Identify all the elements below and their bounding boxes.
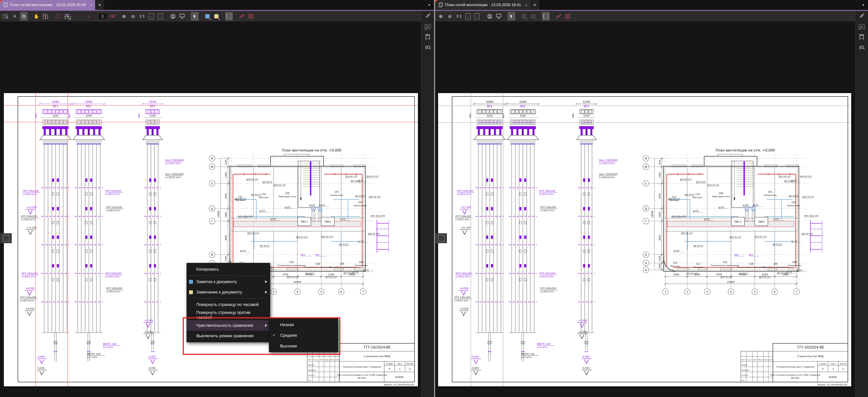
svg-text:Зоомагазин: Зоомагазин [353,204,367,207]
note-blue-tool-button[interactable] [204,12,211,21]
hatch-rect-tool-button[interactable] [247,12,255,21]
svg-text:4800: 4800 [658,235,661,241]
svg-text:1: 1 [399,368,401,370]
svg-text:ОГР 100х200: ОГР 100х200 [20,296,36,299]
tab-close-icon[interactable]: × [90,3,92,7]
zoom-out-button[interactable]: ⊖ [129,12,137,21]
svg-text:ВЕ2: ВЕ2 [749,254,753,256]
submenu-item-label: Высокая [280,343,297,348]
svg-text:ОГР 100х200: ОГР 100х200 [540,287,556,289]
page-indicator-button[interactable]: 1/ 62 [98,12,115,21]
pan-tool-button[interactable]: ✋ [33,12,40,21]
svg-text:400: 400 [138,114,141,118]
text-selection-tool-button[interactable]: A [11,12,19,21]
tab-close-icon[interactable]: × [525,3,527,7]
crop-tool-button[interactable] [54,12,62,21]
svg-text:ВЕ1: ВЕ1 [487,104,492,108]
zoom-in-button[interactable]: ⊕ [437,12,445,21]
presentation-mode-button[interactable] [495,12,503,21]
svg-text:L=50,0 м³/ч: L=50,0 м³/ч [540,209,554,212]
search-document-icon[interactable] [859,44,865,51]
cursor-tool-button[interactable] [507,12,515,21]
menu-item-disable-compare-mode[interactable]: Выключить режим сравнения [187,331,270,341]
thumbnails-expander-button[interactable]: → [0,233,12,243]
submenu-item-low[interactable]: Низкая [269,319,338,330]
svg-text:№док.: №док. [758,359,763,361]
svg-text:113: 113 [696,263,701,265]
diff-list-button[interactable] [42,12,49,21]
svg-text:110: 110 [695,193,700,195]
svg-text:Магазин: Магазин [693,266,703,268]
print-button[interactable] [486,12,494,21]
svg-text:Ж: Ж [211,165,214,169]
svg-text:Зоомагазин: Зоомагазин [354,264,368,267]
select-annotations-tool-button[interactable]: A [2,12,9,21]
submenu-item-medium[interactable]: ✓Средняя [269,330,338,341]
thumbnails-expander-button[interactable]: → [436,233,447,243]
tab-list-dropdown-icon[interactable]: ▼ [425,0,434,10]
edit-pencil-icon[interactable]: ✎ [425,13,431,20]
annotation-list-icon[interactable]: A1 [425,24,431,30]
next-diff-button[interactable]: ↓ [85,12,93,21]
svg-text:16000: 16000 [651,211,654,218]
svg-text:Б: Б [645,262,647,265]
menu-item-rotate-counterclockwise[interactable]: Повернуть страницу против часовой [187,310,270,320]
menu-item-rotate-clockwise[interactable]: Повернуть страницу по часовой [187,299,270,310]
svg-text:+11,500: +11,500 [27,206,37,209]
previous-diff-button[interactable]: ↑ [76,12,84,21]
polyline-tool-button[interactable] [555,12,562,21]
svg-text:Ж: Ж [645,165,648,169]
svg-text:ВЕНТС 100: ВЕНТС 100 [87,353,100,355]
drawing-page-left[interactable]: 3260ВЕ140032603260ВЕ240032601500ВЕ340015… [4,93,418,386]
hatch-rect-tool-button[interactable] [564,12,571,21]
comment-frame-tool-button[interactable] [542,12,550,21]
zoom-in-button[interactable]: ⊕ [120,12,128,21]
bookmarks-icon[interactable] [425,34,431,40]
svg-text:400: 400 [68,114,71,118]
svg-text:1200: 1200 [225,160,227,165]
zoom-out-button[interactable]: ⊖ [446,12,454,21]
submenu-item-high[interactable]: Высокая [269,341,338,351]
polyline-tool-button[interactable] [238,12,246,21]
document-tab-right[interactable]: План сетей вентиляции 13.03.2026 18:41 × [435,0,530,10]
svg-text:ф350: ф350 [319,204,325,206]
svg-text:ДПУ-М 125: ДПУ-М 125 [325,276,337,278]
svg-text:3260: 3260 [519,100,527,103]
menu-item-copy[interactable]: Копировать [187,264,270,274]
presentation-mode-button[interactable] [178,12,186,21]
cursor-tool-button[interactable] [191,12,198,21]
zoom-actual-size-button[interactable]: 1:1 [455,12,463,21]
zoom-out-icon: ⊖ [448,13,452,19]
menu-item-remark-to-document[interactable]: Замечание к документу [187,287,270,297]
fit-width-button[interactable]: ↔ [147,12,155,21]
tab-list-dropdown-icon[interactable]: ▼ [859,0,868,10]
zoom-actual-size-button[interactable]: 1:1 [138,12,146,21]
current-page-field[interactable]: 1 [98,13,108,20]
fit-height-button[interactable]: ↕ [156,12,164,21]
svg-text:400: 400 [469,114,472,118]
new-tab-button[interactable]: + [95,0,104,10]
compare-pages-mode-button[interactable]: ⧉ [20,12,28,21]
comment-frame-tool-button[interactable] [225,12,233,21]
bookmarks-icon[interactable] [859,34,865,40]
annotation-list-icon[interactable]: A1 [859,24,865,30]
svg-text:3100: 3100 [328,273,334,276]
fit-width-button[interactable]: ↔ [464,12,472,21]
document-tab-left[interactable]: План сетей вентиляции 16.03.2026 20:46 × [0,0,95,10]
svg-text:Лист: Лист [320,359,323,361]
zoom-actual-size-icon: 1:1 [140,14,145,19]
edit-pencil-icon[interactable]: ✎ [859,13,865,20]
search-document-icon[interactable] [425,44,431,51]
menu-item-note-to-document[interactable]: Заметка к документу [187,277,270,287]
svg-text:Зоомагазин: Зоомагазин [764,194,777,196]
print-button[interactable] [169,12,177,21]
menu-item-comparison-sensitivity[interactable]: Чувствительность сравнения [187,320,270,331]
note-yellow-tool-button[interactable] [213,12,220,21]
svg-text:L=? м³/ч: L=? м³/ч [537,346,547,348]
new-tab-button[interactable]: + [530,0,539,10]
svg-text:ВЕ3: ВЕ3 [735,254,739,256]
svg-text:L=? м³/ч: L=? м³/ч [521,356,531,359]
measure-tool-button[interactable] [63,12,71,21]
fit-height-button[interactable]: ↕ [473,12,481,21]
drawing-page-right[interactable]: 3260ВЕ140032603260ВЕ240032601500ВЕ340015… [438,93,851,386]
